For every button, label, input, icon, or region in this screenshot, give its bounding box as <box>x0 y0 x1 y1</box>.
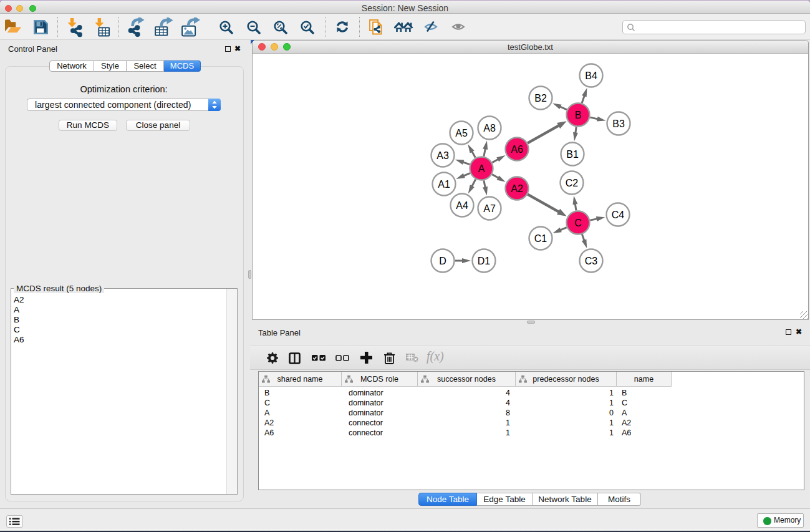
svg-text:C2: C2 <box>566 178 579 188</box>
svg-text:B: B <box>575 110 582 120</box>
svg-text:C1: C1 <box>534 233 547 244</box>
svg-text:A3: A3 <box>436 150 449 161</box>
svg-text:A5: A5 <box>455 128 468 138</box>
svg-text:A6: A6 <box>511 144 523 155</box>
svg-text:D: D <box>439 256 446 266</box>
svg-text:D1: D1 <box>478 256 491 266</box>
svg-text:B1: B1 <box>566 149 579 160</box>
svg-text:C3: C3 <box>585 256 598 266</box>
svg-text:A4: A4 <box>456 200 468 211</box>
svg-text:C: C <box>574 218 582 228</box>
svg-text:A1: A1 <box>438 179 450 190</box>
svg-text:B2: B2 <box>534 93 547 104</box>
svg-text:A: A <box>478 163 485 174</box>
svg-text:B4: B4 <box>585 70 597 81</box>
svg-text:C4: C4 <box>612 210 625 220</box>
svg-text:A7: A7 <box>483 203 496 214</box>
svg-text:A2: A2 <box>511 183 523 194</box>
svg-text:B3: B3 <box>612 118 625 129</box>
svg-text:A8: A8 <box>483 123 496 133</box>
